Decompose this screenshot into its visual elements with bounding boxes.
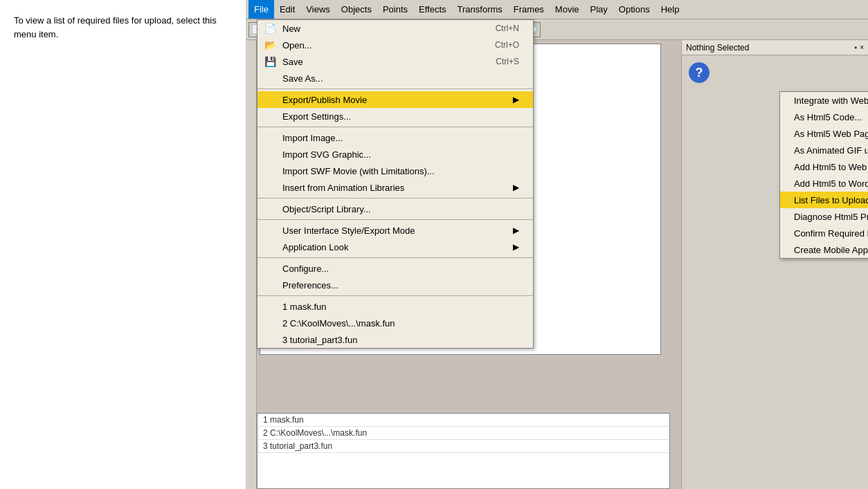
export-integrate[interactable]: Integrate with Web Page Editor... (780, 92, 868, 109)
menu-app-look-label: Application Look (282, 242, 348, 252)
separator-3 (257, 198, 533, 199)
save-file-icon: 💾 (263, 56, 277, 67)
separator-5 (257, 257, 533, 258)
menu-frames[interactable]: Frames (508, 0, 550, 19)
menu-open-shortcut: Ctrl+O (474, 40, 519, 50)
menu-recent-1-label: 1 mask.fun (282, 302, 327, 312)
menu-recent-2-label: 2 C:\KoolMoves\...\mask.fun (282, 318, 395, 329)
export-animated-gif[interactable]: As Animated GIF using ImageMagick ▶ (780, 142, 868, 158)
menu-recent-3[interactable]: 3 tutorial_part3.fun (257, 331, 533, 348)
menu-configure-label: Configure... (282, 264, 329, 274)
menu-export-label: Export/Publish Movie (282, 95, 367, 105)
menu-import-swf[interactable]: Import SWF Movie (with Limitations)... (257, 163, 533, 179)
menu-insert-animation[interactable]: Insert from Animation Libraries ▶ (257, 179, 533, 196)
menu-help[interactable]: Help (655, 0, 685, 19)
right-panel-header: Nothing Selected ▪ × (682, 40, 868, 55)
export-html5-code-label: As Html5 Code... (794, 112, 862, 122)
export-list-files-label: List Files to Upload... (794, 195, 868, 205)
separator-4 (257, 219, 533, 220)
instruction-panel: To view a list of required files for upl… (0, 0, 246, 489)
export-animated-gif-label: As Animated GIF using ImageMagick (794, 145, 868, 156)
menu-insert-animation-label: Insert from Animation Libraries (282, 183, 404, 193)
menu-open-label: Open... (282, 40, 312, 50)
export-confirm-files[interactable]: Confirm Required Files on Internet... (780, 225, 868, 241)
menu-configure[interactable]: Configure... (257, 260, 533, 277)
app-area: File Edit Views Objects Points Effects T… (246, 0, 868, 489)
export-html5-webpage[interactable]: As Html5 Web Page... (780, 125, 868, 142)
menu-import-swf-label: Import SWF Movie (with Limitations)... (282, 166, 435, 176)
menu-points[interactable]: Points (377, 0, 413, 19)
export-html5-code[interactable]: As Html5 Code... (780, 109, 868, 125)
bottom-area: 1 mask.fun 2 C:\KoolMoves\...\mask.fun 3… (257, 413, 670, 489)
file-menu-dropdown: 📄 New Ctrl+N 📂 Open... Ctrl+O 💾 Save Ctr… (257, 19, 534, 349)
menu-recent-3-label: 3 tutorial_part3.fun (282, 335, 357, 345)
menu-file-save[interactable]: 💾 Save Ctrl+S (257, 53, 533, 70)
export-diagnose[interactable]: Diagnose Html5 Problems... (780, 208, 868, 225)
export-add-iframe-label: Add Html5 to Web Page with Iframe... (794, 162, 868, 172)
menu-preferences-label: Preferences... (282, 280, 338, 290)
export-diagnose-label: Diagnose Html5 Problems... (794, 212, 868, 222)
right-panel-icons: ▪ × (855, 44, 864, 51)
export-list-files[interactable]: List Files to Upload... (780, 192, 868, 208)
menu-file[interactable]: File (248, 0, 274, 19)
insert-animation-arrow: ▶ (513, 183, 519, 192)
export-integrate-label: Integrate with Web Page Editor... (794, 95, 868, 106)
export-confirm-files-label: Confirm Required Files on Internet... (794, 228, 868, 239)
menubar: File Edit Views Objects Points Effects T… (246, 0, 868, 19)
menu-save-shortcut: Ctrl+S (475, 57, 519, 66)
menu-import-image-label: Import Image... (282, 133, 343, 143)
menu-recent-1[interactable]: 1 mask.fun (257, 298, 533, 315)
menu-file-saveas[interactable]: Save As... (257, 70, 533, 86)
menu-ui-style[interactable]: User Interface Style/Export Mode ▶ (257, 222, 533, 239)
open-file-icon: 📂 (263, 39, 277, 50)
menu-save-label: Save (282, 57, 303, 67)
ui-style-arrow: ▶ (513, 225, 519, 235)
menu-recent-2[interactable]: 2 C:\KoolMoves\...\mask.fun (257, 315, 533, 331)
panel-close-icon[interactable]: × (860, 44, 864, 51)
menu-app-look[interactable]: Application Look ▶ (257, 239, 533, 255)
menu-export-publish[interactable]: Export/Publish Movie ▶ (257, 91, 533, 108)
new-file-icon: 📄 (263, 23, 277, 34)
menu-export-settings-label: Export Settings... (282, 111, 351, 122)
menu-new-label: New (282, 24, 300, 34)
recent-file-3[interactable]: 3 tutorial_part3.fun (257, 440, 669, 453)
menu-object-library[interactable]: Object/Script Library... (257, 201, 533, 217)
menu-objects[interactable]: Objects (336, 0, 377, 19)
menu-import-svg[interactable]: Import SVG Graphic... (257, 146, 533, 163)
menu-edit[interactable]: Edit (274, 0, 300, 19)
separator-1 (257, 89, 533, 89)
export-submenu-arrow: ▶ (513, 95, 519, 104)
menu-import-svg-label: Import SVG Graphic... (282, 149, 371, 160)
export-wordpress[interactable]: Add Html5 to WordPress Page... (780, 175, 868, 192)
menu-saveas-label: Save As... (282, 73, 323, 84)
recent-file-1[interactable]: 1 mask.fun (257, 414, 669, 427)
nothing-selected-icon: ? (689, 62, 709, 83)
menu-file-open[interactable]: 📂 Open... Ctrl+O (257, 37, 533, 53)
recent-file-2[interactable]: 2 C:\KoolMoves\...\mask.fun (257, 427, 669, 440)
export-add-iframe[interactable]: Add Html5 to Web Page with Iframe... ▶ (780, 158, 868, 175)
app-look-arrow: ▶ (513, 242, 519, 252)
export-mobile-app-label: Create Mobile App... (794, 245, 868, 255)
menu-import-image[interactable]: Import Image... (257, 129, 533, 146)
export-mobile-app[interactable]: Create Mobile App... (780, 241, 868, 258)
separator-6 (257, 295, 533, 296)
menu-options[interactable]: Options (613, 0, 655, 19)
menu-new-shortcut: Ctrl+N (475, 24, 519, 33)
export-html5-webpage-label: As Html5 Web Page... (794, 129, 868, 139)
export-submenu: Integrate with Web Page Editor... As Htm… (779, 91, 868, 259)
menu-file-new[interactable]: 📄 New Ctrl+N (257, 20, 533, 37)
panel-float-icon[interactable]: ▪ (855, 44, 858, 51)
menu-movie[interactable]: Movie (550, 0, 585, 19)
menu-views[interactable]: Views (300, 0, 335, 19)
scrollbar-left[interactable] (246, 40, 257, 489)
menu-ui-style-label: User Interface Style/Export Mode (282, 225, 415, 236)
separator-2 (257, 127, 533, 127)
right-panel-title: Nothing Selected (686, 43, 749, 53)
instruction-text: To view a list of required files for upl… (14, 14, 232, 41)
menu-play[interactable]: Play (585, 0, 613, 19)
menu-object-library-label: Object/Script Library... (282, 204, 371, 214)
menu-transforms[interactable]: Transforms (452, 0, 508, 19)
menu-effects[interactable]: Effects (413, 0, 452, 19)
menu-export-settings[interactable]: Export Settings... (257, 108, 533, 124)
menu-preferences[interactable]: Preferences... (257, 277, 533, 293)
